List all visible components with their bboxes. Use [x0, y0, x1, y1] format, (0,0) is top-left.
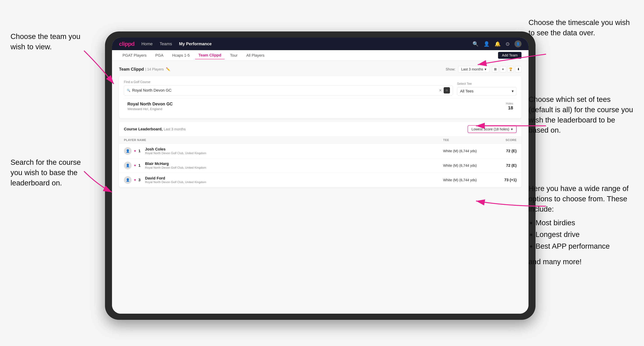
favorite-heart-icon[interactable]: ♥: [134, 178, 136, 182]
navbar: clippd Home Teams My Performance 🔍 👤 🔔 ⊙…: [112, 37, 528, 50]
search-section: Find a Golf Course 🔍 ✕ ☆ Select Tee All …: [119, 76, 522, 118]
annotation-top-right: Choose the timescale you wish to see the…: [528, 17, 634, 38]
favorite-heart-icon[interactable]: ♥: [134, 164, 136, 168]
leaderboard-title: Course Leaderboard,: [124, 127, 162, 131]
leaderboard-header: Course Leaderboard, Last 3 months Lowest…: [119, 122, 522, 137]
player-name: Josh Coles: [145, 147, 206, 152]
course-name: Royal North Devon GC: [128, 102, 506, 106]
view-icons: ⊞ ≡ 🏆 ⬇: [492, 66, 522, 72]
table-row: 👤 ♥ 3 David Ford Royal North Devon Golf …: [119, 173, 522, 187]
team-title: Team Clippd: [119, 67, 144, 72]
course-info: Royal North Devon GC Westward Ho!, Engla…: [128, 102, 506, 111]
leaderboard-period: Last 3 months: [164, 127, 186, 131]
tablet-screen: clippd Home Teams My Performance 🔍 👤 🔔 ⊙…: [112, 37, 528, 314]
player-club: Royal North Devon Golf Club, United King…: [145, 166, 206, 170]
leaderboard-section: Course Leaderboard, Last 3 months Lowest…: [119, 122, 522, 187]
holes-badge: Holes 18: [506, 102, 513, 111]
course-search-field: Find a Golf Course 🔍 ✕ ☆: [124, 80, 453, 95]
grid-view-icon[interactable]: ⊞: [492, 66, 498, 72]
rank: 1: [138, 149, 142, 153]
notification-icon[interactable]: 🔔: [494, 41, 501, 47]
clear-icon[interactable]: ✕: [439, 88, 442, 92]
avatar: 👤: [124, 162, 132, 169]
show-label: Show:: [446, 67, 456, 71]
player-details: Josh Coles Royal North Devon Golf Club, …: [145, 147, 206, 155]
bullet-3: Best APP performance: [536, 241, 634, 251]
download-icon[interactable]: ⬇: [515, 66, 522, 72]
tee-value: White (M) (6,744 yds): [443, 178, 496, 182]
leaderboard-columns: PLAYER NAME TEE SCORE: [119, 137, 522, 144]
player-col: 👤 ♥ 1 Blair McHarg Royal North Devon Gol…: [124, 162, 443, 170]
tee-value: White (M) (6,744 yds): [443, 149, 496, 153]
player-club: Royal North Devon Golf Club, United King…: [145, 180, 206, 184]
tablet-frame: clippd Home Teams My Performance 🔍 👤 🔔 ⊙…: [105, 31, 536, 320]
avatar: 👤: [124, 176, 132, 184]
favorite-heart-icon[interactable]: ♥: [134, 149, 136, 153]
rank: 3: [138, 178, 142, 182]
tab-tour[interactable]: Tour: [226, 52, 241, 59]
annotation-middle-right: Choose which set of tees (default is all…: [528, 94, 634, 135]
search-row: Find a Golf Course 🔍 ✕ ☆ Select Tee All …: [124, 80, 516, 95]
table-row: 👤 ♥ 1 Blair McHarg Royal North Devon Gol…: [119, 158, 522, 173]
timescale-dropdown[interactable]: Last 3 months ▾: [458, 66, 489, 72]
search-icon[interactable]: 🔍: [472, 41, 478, 47]
show-controls: Show: Last 3 months ▾ ⊞ ≡ 🏆 ⬇: [446, 66, 522, 72]
bullet-1: Most birdies: [536, 218, 634, 228]
score-type-dropdown[interactable]: Lowest Score (18 holes) ▾: [468, 125, 516, 133]
tab-pgat-players[interactable]: PGAT Players: [119, 52, 150, 59]
player-name: Blair McHarg: [145, 162, 206, 166]
score-col-header: SCORE: [496, 138, 516, 142]
avatar: 👤: [124, 147, 132, 155]
course-search-input[interactable]: [132, 88, 437, 93]
tab-pga[interactable]: PGA: [152, 52, 167, 59]
search-input-wrapper: 🔍 ✕ ☆: [124, 85, 453, 95]
holes-number: 18: [506, 105, 513, 111]
tab-hcaps[interactable]: Hcaps 1-5: [169, 52, 193, 59]
search-icon-small: 🔍: [127, 89, 130, 92]
annotation-top-left: Choose the team you wish to view.: [10, 31, 84, 52]
rank: 1: [138, 163, 142, 168]
nav-my-performance[interactable]: My Performance: [179, 41, 212, 46]
annotation-bottom-left: Search for the course you wish to base t…: [10, 157, 84, 188]
favorite-button[interactable]: ☆: [444, 87, 450, 93]
player-name: David Ford: [145, 176, 206, 180]
player-details: Blair McHarg Royal North Devon Golf Club…: [145, 162, 206, 170]
bullet-2: Longest drive: [536, 229, 634, 240]
subnav: PGAT Players PGA Hcaps 1-5 Team Clippd T…: [112, 50, 528, 61]
user-icon[interactable]: 👤: [484, 41, 490, 47]
nav-teams[interactable]: Teams: [160, 41, 172, 46]
annotation-suffix: and many more!: [528, 257, 634, 267]
add-team-button[interactable]: Add Team: [498, 52, 522, 59]
tee-value: White (M) (6,744 yds): [443, 164, 496, 168]
nav-home[interactable]: Home: [142, 41, 152, 46]
table-row: 👤 ♥ 1 Josh Coles Royal North Devon Golf …: [119, 144, 522, 158]
tee-label: Select Tee: [457, 82, 516, 86]
trophy-icon[interactable]: 🏆: [508, 66, 514, 72]
holes-label: Holes: [506, 102, 513, 105]
app-logo: clippd: [119, 41, 134, 47]
score-value: 73 (+1): [496, 178, 516, 182]
list-view-icon[interactable]: ≡: [500, 66, 506, 72]
nav-right: 🔍 👤 🔔 ⊙ 👤: [472, 40, 522, 47]
player-club: Royal North Devon Golf Club, United King…: [145, 152, 206, 155]
main-content: Team Clippd | 14 Players ✏️ Show: Last 3…: [112, 61, 528, 314]
annotation-bottom-right: Here you have a wide range of options to…: [528, 183, 634, 267]
tee-dropdown[interactable]: All Tees ▾: [457, 87, 516, 95]
tab-team-clippd[interactable]: Team Clippd: [195, 51, 225, 59]
find-course-label: Find a Golf Course: [124, 80, 453, 84]
team-player-count: | 14 Players: [145, 67, 164, 71]
team-header: Team Clippd | 14 Players ✏️ Show: Last 3…: [119, 66, 522, 72]
nav-links: Home Teams My Performance: [142, 41, 212, 46]
course-result: Royal North Devon GC Westward Ho!, Engla…: [124, 98, 516, 114]
settings-icon[interactable]: ⊙: [506, 41, 510, 47]
edit-icon[interactable]: ✏️: [166, 67, 170, 71]
tee-col-header: TEE: [443, 138, 496, 142]
tee-field: Select Tee All Tees ▾: [457, 82, 516, 95]
avatar[interactable]: 👤: [514, 40, 522, 47]
tab-all-players[interactable]: All Players: [243, 52, 268, 59]
score-value: 72 (E): [496, 149, 516, 153]
course-location: Westward Ho!, England: [128, 107, 506, 111]
player-col: 👤 ♥ 3 David Ford Royal North Devon Golf …: [124, 176, 443, 184]
score-value: 72 (E): [496, 163, 516, 168]
player-details: David Ford Royal North Devon Golf Club, …: [145, 176, 206, 184]
